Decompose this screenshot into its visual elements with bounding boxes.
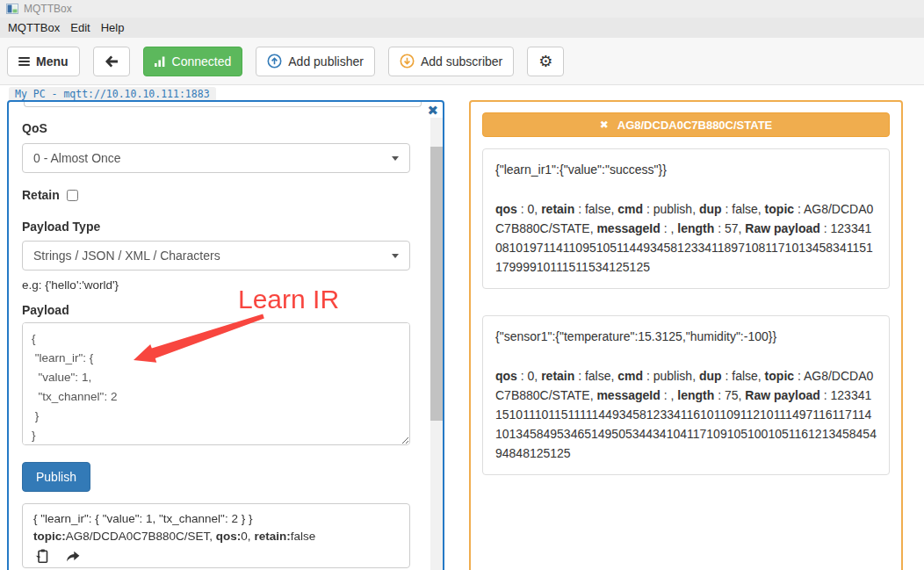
scrollbar-thumb[interactable] xyxy=(430,147,443,421)
payload-type-label: Payload Type xyxy=(22,220,410,234)
published-retain-label: retain: xyxy=(254,530,290,543)
qos-selected-value: 0 - Almost Once xyxy=(33,151,121,165)
connected-button-label: Connected xyxy=(172,54,232,69)
topic-input-cutoff[interactable] xyxy=(24,102,422,107)
received-message-card: {"sensor1":{"temperature":15.3125,"humid… xyxy=(482,315,890,475)
payload-hint: e.g: {'hello':'world'} xyxy=(22,278,410,292)
add-subscriber-label: Add subscriber xyxy=(421,54,502,69)
menu-help[interactable]: Help xyxy=(96,21,130,34)
qos-select[interactable]: 0 - Almost Once xyxy=(22,143,410,173)
republish-icon[interactable] xyxy=(66,551,80,562)
circle-arrow-down-icon xyxy=(400,54,415,69)
subscriber-topic-label: AG8/DCDA0C7B880C/STATE xyxy=(617,119,773,132)
publish-button[interactable]: Publish xyxy=(22,462,90,492)
subscriber-topic-button[interactable]: ✖ AG8/DCDA0C7B880C/STATE xyxy=(482,112,890,137)
app-icon xyxy=(6,4,18,14)
connected-button[interactable]: Connected xyxy=(143,47,243,76)
published-retain-value: false xyxy=(291,530,316,543)
published-qos-label: qos: xyxy=(216,530,242,543)
arrow-left-icon xyxy=(105,55,119,68)
received-meta: qos0 retainfalse cmdpublish dupfalse top… xyxy=(495,199,877,277)
chevron-down-icon xyxy=(392,156,399,161)
retain-label: Retain xyxy=(22,188,60,202)
published-qos-value: 0 xyxy=(241,530,248,543)
payload-type-selected-value: Strings / JSON / XML / Characters xyxy=(33,249,220,263)
menu-button[interactable]: Menu xyxy=(7,47,80,76)
received-payload: {"learn_ir1":{"value":"success"}} xyxy=(495,161,877,178)
menu-mqttbox[interactable]: MQTTBox xyxy=(3,21,65,34)
window-title: MQTTBox xyxy=(24,3,72,15)
back-button[interactable] xyxy=(93,47,130,76)
hamburger-icon xyxy=(18,57,30,66)
published-payload: { "learn_ir": { "value": 1, "tx_channel"… xyxy=(33,510,399,528)
add-subscriber-button[interactable]: Add subscriber xyxy=(388,47,514,76)
menu-button-label: Menu xyxy=(36,54,69,69)
add-publisher-button[interactable]: Add publisher xyxy=(256,47,375,76)
qos-label: QoS xyxy=(22,121,410,135)
copy-to-payload-icon[interactable] xyxy=(35,549,48,563)
payload-type-select[interactable]: Strings / JSON / XML / Characters xyxy=(22,241,410,271)
chevron-down-icon xyxy=(392,254,399,258)
received-meta: qos0 retainfalse cmdpublish dupfalse top… xyxy=(495,366,877,463)
received-payload: {"sensor1":{"temperature":15.3125,"humid… xyxy=(495,328,877,345)
published-message-card: { "learn_ir": { "value": 1, "tx_channel"… xyxy=(22,503,410,568)
publisher-panel: ✖ QoS 0 - Almost Once Retain Payload Typ… xyxy=(7,100,444,570)
mqttbox-window: MQTTBox MQTTBox Edit Help Menu Connected xyxy=(0,0,924,570)
add-publisher-label: Add publisher xyxy=(288,54,364,69)
settings-button[interactable]: ⚙ xyxy=(527,47,564,76)
signal-bars-icon xyxy=(155,56,166,67)
published-meta: topic:AG8/DCDA0C7B880C/SET qos:0 retain:… xyxy=(33,528,399,545)
menu-bar: MQTTBox Edit Help xyxy=(0,18,924,38)
received-message-card: {"learn_ir1":{"value":"success"}} qos0 r… xyxy=(482,148,890,289)
published-message-actions xyxy=(33,549,399,563)
circle-arrow-up-icon xyxy=(267,54,282,69)
menu-edit[interactable]: Edit xyxy=(65,21,95,34)
retain-row: Retain xyxy=(22,188,410,202)
publisher-scrollbar[interactable] xyxy=(430,118,443,570)
published-topic-value: AG8/DCDA0C7B880C/SET xyxy=(66,530,210,543)
toolbar: Menu Connected Add publisher Add subscri… xyxy=(0,38,924,85)
payload-label: Payload xyxy=(22,303,410,317)
window-titlebar: MQTTBox xyxy=(0,0,924,18)
published-topic-label: topic: xyxy=(33,530,66,543)
unsubscribe-icon: ✖ xyxy=(600,119,609,131)
gear-icon: ⚙ xyxy=(538,54,552,69)
close-publisher-icon[interactable]: ✖ xyxy=(427,105,438,118)
payload-textarea[interactable]: { "learn_ir": { "value": 1, "tx_channel"… xyxy=(22,322,410,445)
retain-checkbox[interactable] xyxy=(67,190,78,201)
subscriber-panel: ✖ AG8/DCDA0C7B880C/STATE {"learn_ir1":{"… xyxy=(469,100,903,570)
